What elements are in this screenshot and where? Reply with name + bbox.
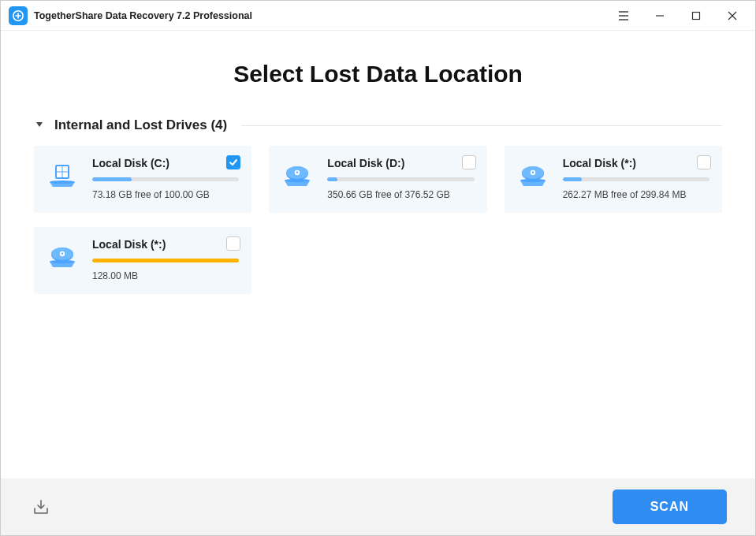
drive-card[interactable]: Local Disk (D:)350.66 GB free of 376.52 …: [269, 146, 486, 213]
page-title: Select Lost Data Location: [34, 61, 722, 87]
drive-name: Local Disk (*:): [92, 238, 239, 251]
drive-name: Local Disk (*:): [563, 157, 709, 169]
check-icon: [229, 158, 238, 167]
drive-grid: Local Disk (C:)73.18 GB free of 100.00 G…: [34, 146, 722, 294]
drive-checkbox[interactable]: [226, 155, 240, 169]
svg-point-11: [50, 181, 75, 184]
svg-rect-22: [297, 171, 298, 173]
app-window: TogetherShare Data Recovery 7.2 Professi…: [0, 0, 756, 536]
main-content: Select Lost Data Location Internal and L…: [1, 31, 755, 478]
section-header[interactable]: Internal and Lost Drives (4): [34, 117, 722, 133]
windows-drive-icon: [47, 157, 81, 200]
section-divider: [241, 125, 722, 126]
minimize-button[interactable]: [642, 1, 678, 31]
import-icon: [32, 498, 50, 516]
usage-bar-fill: [563, 177, 582, 181]
usage-bar: [92, 259, 239, 262]
close-button[interactable]: [714, 1, 750, 31]
svg-rect-15: [57, 173, 62, 178]
drive-card[interactable]: Local Disk (*:)128.00 MB: [34, 227, 251, 294]
svg-rect-14: [63, 166, 69, 172]
maximize-button[interactable]: [678, 1, 714, 31]
drive-free-text: 73.18 GB free of 100.00 GB: [92, 189, 239, 200]
svg-marker-10: [36, 122, 43, 127]
app-title: TogetherShare Data Recovery 7.2 Professi…: [34, 10, 252, 21]
drive-checkbox[interactable]: [226, 236, 240, 251]
disk-drive-icon: [47, 238, 81, 281]
usage-bar: [563, 177, 709, 181]
collapse-caret-icon: [34, 122, 45, 128]
disk-drive-icon: [281, 157, 316, 200]
menu-icon: [618, 11, 629, 20]
scan-button[interactable]: SCAN: [613, 489, 727, 524]
usage-bar: [327, 177, 474, 181]
drive-free-text: 262.27 MB free of 299.84 MB: [563, 189, 709, 200]
drive-info: Local Disk (*:)262.27 MB free of 299.84 …: [563, 157, 709, 200]
svg-rect-28: [532, 171, 533, 173]
drive-name: Local Disk (D:): [327, 157, 474, 169]
drive-checkbox[interactable]: [697, 155, 711, 169]
import-button[interactable]: [29, 495, 53, 519]
app-logo-icon: [9, 6, 28, 25]
svg-rect-7: [693, 12, 700, 19]
menu-button[interactable]: [605, 1, 642, 31]
drive-card[interactable]: Local Disk (*:)262.27 MB free of 299.84 …: [505, 146, 722, 213]
drive-card[interactable]: Local Disk (C:)73.18 GB free of 100.00 G…: [34, 146, 251, 213]
usage-bar-fill: [92, 177, 132, 181]
drive-free-text: 350.66 GB free of 376.52 GB: [327, 189, 474, 200]
svg-rect-13: [57, 166, 62, 172]
close-icon: [728, 11, 737, 20]
svg-rect-34: [62, 252, 63, 255]
section-title: Internal and Lost Drives (4): [54, 117, 227, 133]
drive-info: Local Disk (D:)350.66 GB free of 376.52 …: [327, 157, 474, 200]
disk-drive-icon: [517, 157, 552, 200]
usage-bar: [92, 177, 239, 181]
drive-info: Local Disk (*:)128.00 MB: [92, 238, 239, 281]
svg-rect-16: [63, 173, 69, 178]
drive-name: Local Disk (C:): [92, 157, 239, 169]
titlebar: TogetherShare Data Recovery 7.2 Professi…: [1, 1, 755, 31]
usage-bar-fill: [327, 177, 337, 181]
drive-checkbox[interactable]: [462, 155, 476, 169]
usage-bar-fill: [92, 259, 239, 262]
minimize-icon: [655, 11, 665, 20]
footer: SCAN: [1, 478, 755, 535]
maximize-icon: [691, 11, 701, 20]
drive-free-text: 128.00 MB: [92, 270, 239, 281]
drive-info: Local Disk (C:)73.18 GB free of 100.00 G…: [92, 157, 239, 200]
